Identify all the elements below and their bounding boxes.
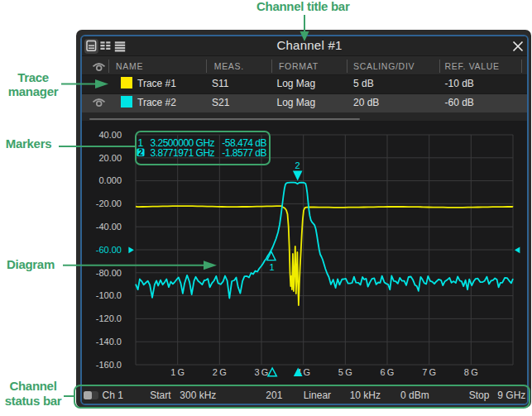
- svg-text:3 G: 3 G: [254, 367, 268, 377]
- svg-text:20.00: 20.00: [98, 153, 122, 163]
- svg-text:7 G: 7 G: [422, 367, 436, 377]
- svg-text:1 G: 1 G: [170, 367, 185, 377]
- svg-text:8 G: 8 G: [463, 367, 477, 377]
- svg-text:0.000: 0.000: [98, 175, 122, 185]
- svg-text:2: 2: [295, 160, 300, 170]
- svg-text:1: 1: [269, 262, 274, 272]
- svg-text:-120.0: -120.0: [95, 313, 121, 323]
- svg-text:-160.0: -160.0: [95, 360, 121, 370]
- svg-text:-60.00: -60.00: [95, 245, 121, 255]
- svg-text:-40.00: -40.00: [95, 222, 121, 232]
- svg-text:6 G: 6 G: [380, 367, 394, 377]
- svg-text:-140.0: -140.0: [95, 337, 121, 347]
- svg-text:5 G: 5 G: [338, 367, 352, 377]
- svg-text:-20.00: -20.00: [95, 198, 121, 208]
- svg-text:-100.0: -100.0: [95, 290, 121, 300]
- svg-text:40.00: 40.00: [98, 130, 122, 140]
- svg-text:2 G: 2 G: [212, 367, 226, 377]
